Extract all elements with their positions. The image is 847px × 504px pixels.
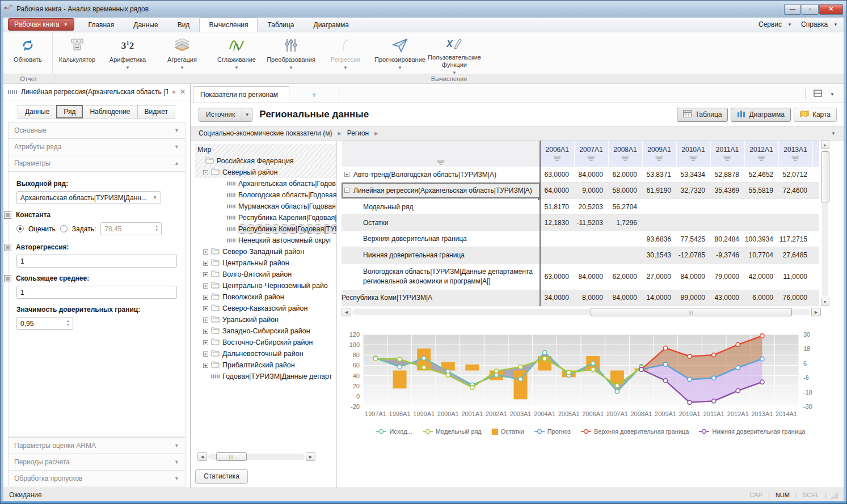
- expand-node-icon[interactable]: +: [203, 351, 208, 357]
- filter-icon[interactable]: [758, 156, 765, 162]
- tree-item[interactable]: Мурманская область|Годовая: [195, 201, 336, 212]
- row-label[interactable]: Модельный ряд: [342, 198, 540, 214]
- scroll-right-button[interactable]: ▶: [306, 452, 315, 461]
- filter-icon[interactable]: [588, 156, 595, 162]
- section-missing-data[interactable]: Обработка пропусков▼: [8, 470, 186, 486]
- grid-vertical-scrollbar[interactable]: ▲ ▼: [820, 141, 829, 306]
- chevron-down-icon[interactable]: ▼: [787, 22, 795, 27]
- split-layout-icon[interactable]: [814, 89, 822, 99]
- data-cell[interactable]: 34,0000: [540, 290, 574, 306]
- menu-service[interactable]: Сервис: [754, 19, 786, 29]
- data-cell[interactable]: [642, 198, 676, 214]
- section-main[interactable]: Основные▼: [8, 122, 186, 138]
- chevron-down-icon[interactable]: ▼: [833, 22, 841, 27]
- data-cell[interactable]: [778, 215, 812, 231]
- moving-average-checkbox[interactable]: [4, 275, 11, 282]
- data-cell[interactable]: 42,0000: [744, 263, 778, 290]
- data-cell[interactable]: 77,5425: [676, 231, 710, 247]
- tree-item[interactable]: +Центральный район: [195, 257, 336, 269]
- tree-item[interactable]: +Волго-Вятский район: [195, 269, 336, 280]
- tree-item[interactable]: +Восточно-Сибирский район: [195, 337, 336, 348]
- expand-node-icon[interactable]: +: [203, 261, 208, 266]
- column-header-2007A1[interactable]: 2007A1: [574, 141, 608, 167]
- menu-tab-Главная[interactable]: Главная: [79, 18, 124, 32]
- panel-tab-Наблюдение[interactable]: Наблюдение: [82, 105, 137, 118]
- time-series-chart[interactable]: 120100806040200-2030186-6-18-301997A1199…: [342, 332, 829, 423]
- table-view-button[interactable]: Таблица: [677, 108, 728, 122]
- data-cell[interactable]: 80,2484: [710, 231, 744, 247]
- data-cell[interactable]: 12,1830: [540, 215, 574, 231]
- row-label[interactable]: Верхняя доверительная граница: [342, 231, 540, 247]
- collapse-node-icon[interactable]: -: [203, 170, 208, 175]
- data-cell[interactable]: [642, 215, 676, 231]
- data-cell[interactable]: 64,0000: [540, 183, 574, 198]
- tree-item[interactable]: +Западно-Сибирский район: [195, 325, 336, 337]
- scroll-right-button[interactable]: ▶: [811, 308, 821, 316]
- data-cell[interactable]: [778, 198, 812, 214]
- tree-item[interactable]: Ненецкий автономный округ: [195, 235, 336, 246]
- data-cell[interactable]: 35,4369: [710, 183, 744, 198]
- data-cell[interactable]: 52,4652: [744, 167, 778, 183]
- constant-value-spinner[interactable]: 78,45▲▼: [100, 222, 162, 235]
- data-cell[interactable]: [574, 247, 608, 263]
- tree-horizontal-scrollbar[interactable]: ◀ ||| ▶: [197, 452, 315, 461]
- data-cell[interactable]: 53,8371: [642, 167, 676, 183]
- data-cell[interactable]: 27,0000: [642, 263, 676, 290]
- menu-tab-Данные[interactable]: Данные: [124, 18, 167, 32]
- breadcrumb-indicators[interactable]: Социально-экономические показатели (м): [199, 129, 332, 137]
- constant-checkbox[interactable]: [4, 211, 11, 219]
- data-cell[interactable]: [710, 198, 744, 214]
- data-cell[interactable]: 56,2704: [608, 198, 642, 214]
- spinner-arrows-icon[interactable]: ▲▼: [155, 225, 158, 232]
- column-header-2013A1[interactable]: 2013A1: [778, 141, 812, 167]
- moving-average-input[interactable]: 1: [16, 286, 177, 299]
- expand-node-icon[interactable]: +: [203, 306, 208, 311]
- data-cell[interactable]: 76,0000: [778, 290, 812, 306]
- tree-item[interactable]: +Северо-Западный район: [195, 246, 336, 257]
- grid-corner-header[interactable]: [342, 141, 540, 167]
- spinner-arrows-icon[interactable]: ▲▼: [66, 319, 70, 327]
- tree-item[interactable]: +Уральский район: [195, 314, 336, 325]
- tab-regional-indicators[interactable]: Показатели по регионам: [193, 86, 289, 103]
- expand-node-icon[interactable]: +: [203, 283, 208, 289]
- filter-icon[interactable]: [690, 156, 697, 162]
- collapse-panel-button[interactable]: «: [172, 88, 176, 96]
- data-cell[interactable]: 62,0000: [608, 263, 642, 290]
- data-cell[interactable]: 30,1543: [642, 247, 676, 263]
- data-cell[interactable]: 32,7320: [676, 183, 710, 198]
- data-cell[interactable]: 79,0000: [710, 263, 744, 290]
- data-cell[interactable]: -9,3746: [710, 247, 744, 263]
- section-calc-periods[interactable]: Периоды расчета▼: [8, 454, 186, 470]
- data-cell[interactable]: 84,0000: [574, 263, 608, 290]
- tree-item[interactable]: Республика Карелия|Годовая|: [195, 212, 336, 223]
- tree-item[interactable]: Республика Коми|Годовая|ТУР: [195, 223, 336, 235]
- column-header-2009A1[interactable]: 2009A1: [642, 141, 676, 167]
- data-cell[interactable]: 27,6485: [778, 247, 812, 263]
- maximize-button[interactable]: ▫: [802, 4, 819, 15]
- tree-item[interactable]: +Прибалтийский район: [195, 359, 336, 371]
- data-cell[interactable]: [676, 198, 710, 214]
- chevron-right-icon[interactable]: ▶: [338, 131, 342, 136]
- add-tab-button[interactable]: +: [289, 86, 339, 103]
- close-panel-button[interactable]: ✕: [180, 88, 186, 96]
- data-cell[interactable]: 43,0000: [710, 290, 744, 306]
- data-cell[interactable]: [608, 231, 642, 247]
- filter-icon[interactable]: [622, 156, 629, 162]
- section-arma[interactable]: Параметры оценки ARMA▼: [8, 437, 186, 454]
- expand-node-icon[interactable]: +: [203, 317, 208, 323]
- data-cell[interactable]: [710, 215, 744, 231]
- data-cell[interactable]: 117,2715: [778, 231, 812, 247]
- tree-item[interactable]: -Северный район: [195, 167, 336, 178]
- row-label[interactable]: Остатки: [342, 215, 540, 231]
- data-cell[interactable]: [540, 247, 574, 263]
- data-cell[interactable]: 6,0000: [744, 290, 778, 306]
- expand-node-icon[interactable]: +: [203, 249, 208, 255]
- expand-node-icon[interactable]: +: [203, 329, 208, 334]
- scroll-up-button[interactable]: ▲: [821, 141, 829, 149]
- tree-item[interactable]: +Поволжский район: [195, 291, 336, 303]
- expand-row-icon[interactable]: +: [344, 172, 349, 177]
- row-label[interactable]: Нижняя доверительная граница: [342, 247, 540, 263]
- data-cell[interactable]: 14,0000: [642, 290, 676, 306]
- expand-node-icon[interactable]: +: [203, 272, 208, 277]
- data-cell[interactable]: 84,0000: [574, 167, 608, 183]
